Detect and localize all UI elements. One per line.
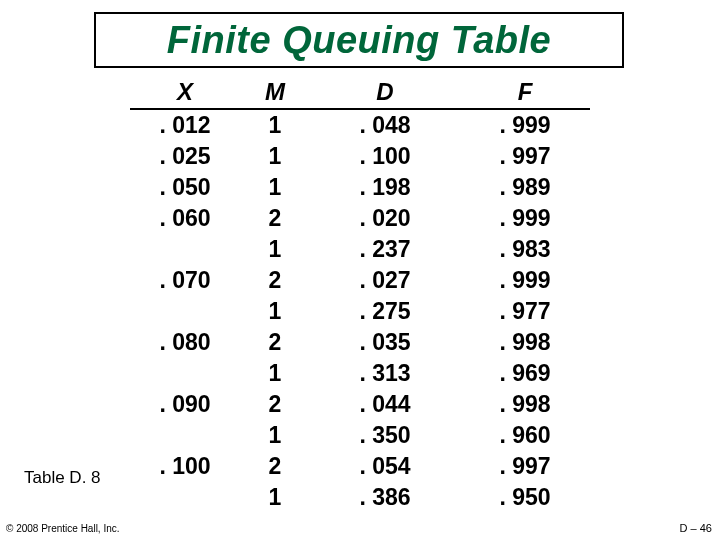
- cell-X: . 060: [130, 203, 240, 234]
- cell-X-blank: [130, 358, 240, 389]
- cell-F: . 999: [460, 110, 590, 141]
- column-X: X . 012 . 025 . 050 . 060 . 070 . 080 . …: [130, 78, 240, 513]
- page-number: D – 46: [680, 522, 712, 534]
- column-D: D . 048 . 100 . 198 . 020 . 237 . 027 . …: [310, 78, 460, 513]
- queuing-table: X . 012 . 025 . 050 . 060 . 070 . 080 . …: [130, 78, 600, 513]
- header-X: X: [130, 78, 240, 110]
- cell-F: . 999: [460, 203, 590, 234]
- cell-D: . 313: [310, 358, 460, 389]
- cell-M: 2: [240, 389, 310, 420]
- cell-M: 2: [240, 451, 310, 482]
- cell-M: 1: [240, 110, 310, 141]
- cell-F: . 989: [460, 172, 590, 203]
- cell-M: 1: [240, 420, 310, 451]
- cell-M: 1: [240, 141, 310, 172]
- cell-X: . 050: [130, 172, 240, 203]
- column-M: M 1 1 1 2 1 2 1 2 1 2 1 2 1: [240, 78, 310, 513]
- cell-X: . 012: [130, 110, 240, 141]
- cell-F: . 997: [460, 141, 590, 172]
- cell-D: . 035: [310, 327, 460, 358]
- cell-D: . 350: [310, 420, 460, 451]
- cell-M: 1: [240, 296, 310, 327]
- cell-F: . 950: [460, 482, 590, 513]
- cell-D: . 054: [310, 451, 460, 482]
- cell-X: . 080: [130, 327, 240, 358]
- column-F: F . 999 . 997 . 989 . 999 . 983 . 999 . …: [460, 78, 590, 513]
- header-D: D: [310, 78, 460, 110]
- cell-D: . 275: [310, 296, 460, 327]
- cell-X: . 100: [130, 451, 240, 482]
- cell-M: 1: [240, 172, 310, 203]
- cell-M: 1: [240, 482, 310, 513]
- cell-X-blank: [130, 234, 240, 265]
- cell-D: . 237: [310, 234, 460, 265]
- cell-M: 2: [240, 265, 310, 296]
- title-box: Finite Queuing Table: [94, 12, 624, 68]
- cell-M: 1: [240, 234, 310, 265]
- cell-D: . 100: [310, 141, 460, 172]
- cell-F: . 999: [460, 265, 590, 296]
- cell-M: 2: [240, 327, 310, 358]
- cell-F: . 998: [460, 389, 590, 420]
- slide-title: Finite Queuing Table: [167, 19, 551, 62]
- cell-D: . 048: [310, 110, 460, 141]
- cell-F: . 969: [460, 358, 590, 389]
- copyright-text: © 2008 Prentice Hall, Inc.: [6, 523, 120, 534]
- cell-D: . 020: [310, 203, 460, 234]
- slide: Finite Queuing Table X . 012 . 025 . 050…: [0, 0, 720, 540]
- cell-D: . 044: [310, 389, 460, 420]
- cell-F: . 977: [460, 296, 590, 327]
- cell-X-blank: [130, 296, 240, 327]
- cell-F: . 960: [460, 420, 590, 451]
- cell-X-blank: [130, 420, 240, 451]
- cell-X: . 070: [130, 265, 240, 296]
- header-M: M: [240, 78, 310, 110]
- cell-M: 2: [240, 203, 310, 234]
- cell-D: . 386: [310, 482, 460, 513]
- cell-X: . 090: [130, 389, 240, 420]
- cell-F: . 983: [460, 234, 590, 265]
- cell-D: . 027: [310, 265, 460, 296]
- cell-M: 1: [240, 358, 310, 389]
- cell-D: . 198: [310, 172, 460, 203]
- cell-F: . 997: [460, 451, 590, 482]
- cell-F: . 998: [460, 327, 590, 358]
- header-F: F: [460, 78, 590, 110]
- cell-X: . 025: [130, 141, 240, 172]
- cell-X-blank: [130, 482, 240, 513]
- table-caption: Table D. 8: [24, 468, 101, 488]
